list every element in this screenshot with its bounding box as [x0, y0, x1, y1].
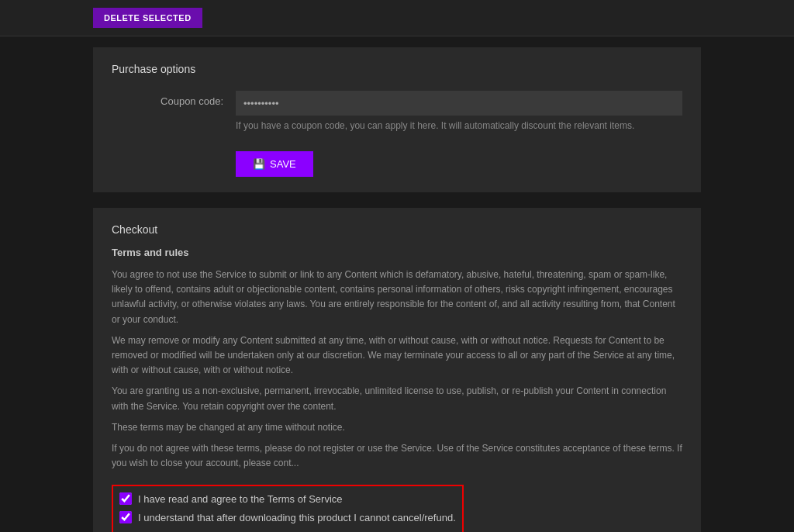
terms-checkbox-label: I have read and agree to the Terms of Se…	[138, 493, 343, 505]
checkout-card: Checkout Terms and rules You agree to no…	[93, 208, 701, 532]
delete-selected-button[interactable]: DELETE SELECTED	[93, 8, 202, 28]
checkbox-row-1: I have read and agree to the Terms of Se…	[119, 492, 456, 505]
checkbox-row-2: I understand that after downloading this…	[119, 511, 456, 523]
purchase-options-card: Purchase options Coupon code: If you hav…	[93, 47, 701, 192]
save-label: SAVE	[270, 158, 296, 170]
coupon-label: Coupon code:	[112, 91, 236, 107]
coupon-input[interactable]	[236, 91, 682, 116]
refund-checkbox[interactable]	[119, 511, 132, 523]
coupon-row: Coupon code: If you have a coupon code, …	[112, 91, 682, 131]
terms-checkbox[interactable]	[119, 492, 132, 505]
purchase-options-title: Purchase options	[112, 63, 682, 75]
page-wrapper: DELETE SELECTED Purchase options Coupon …	[0, 0, 794, 532]
checkout-title: Checkout	[112, 223, 682, 236]
terms-p2: We may remove or modify any Content subm…	[112, 333, 682, 378]
save-icon: 💾	[253, 158, 265, 170]
terms-p3: You are granting us a non-exclusive, per…	[112, 384, 682, 413]
save-btn-area: 💾 SAVE	[236, 140, 682, 177]
checkboxes-wrapper: I have read and agree to the Terms of Se…	[112, 485, 464, 532]
save-button[interactable]: 💾 SAVE	[236, 151, 313, 177]
refund-checkbox-label: I understand that after downloading this…	[138, 512, 456, 523]
terms-p4: These terms may be changed at any time w…	[112, 420, 682, 435]
terms-title: Terms and rules	[112, 247, 682, 258]
top-bar: DELETE SELECTED	[0, 0, 794, 36]
terms-p1: You agree to not use the Service to subm…	[112, 268, 682, 327]
terms-text: You agree to not use the Service to subm…	[112, 268, 682, 477]
coupon-input-area: If you have a coupon code, you can apply…	[236, 91, 682, 131]
terms-p5: If you do not agree with these terms, pl…	[112, 441, 682, 471]
coupon-hint: If you have a coupon code, you can apply…	[236, 120, 682, 131]
